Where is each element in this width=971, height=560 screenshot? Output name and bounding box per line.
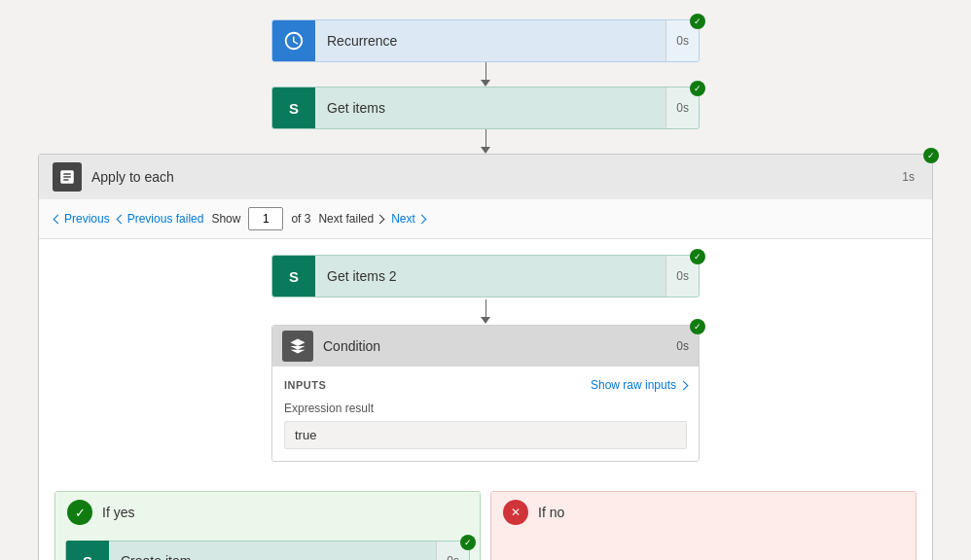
apply-each-icon bbox=[53, 162, 82, 192]
apply-each-title: Apply to each bbox=[91, 169, 174, 185]
apply-each-container: Apply to each 1s ✓ Previous Previous fai… bbox=[38, 154, 933, 560]
condition-block[interactable]: Condition 0s ✓ INPUTS Show raw inputs Ex… bbox=[271, 325, 700, 462]
condition-success-badge: ✓ bbox=[690, 319, 705, 334]
arrow-1 bbox=[481, 62, 490, 87]
condition-label: Condition bbox=[323, 338, 380, 354]
arrow-3 bbox=[481, 298, 490, 325]
create-item-success-badge: ✓ bbox=[460, 535, 476, 550]
previous-failed-button[interactable]: Previous failed bbox=[118, 212, 204, 226]
apply-each-time: 1s bbox=[902, 170, 918, 184]
if-no-header: ✕ If no bbox=[491, 492, 916, 533]
get-items-2-label: Get items 2 bbox=[315, 268, 665, 284]
previous-button[interactable]: Previous bbox=[54, 212, 110, 226]
apply-each-success-badge: ✓ bbox=[923, 148, 939, 163]
get-items-2-block[interactable]: S Get items 2 0s ✓ bbox=[271, 255, 700, 298]
recurrence-success-badge: ✓ bbox=[690, 14, 705, 29]
get-items-success-badge: ✓ bbox=[690, 81, 705, 96]
recurrence-icon bbox=[272, 20, 315, 61]
if-yes-icon: ✓ bbox=[67, 500, 92, 525]
create-item-label: Create item bbox=[109, 553, 436, 560]
get-items-block[interactable]: S Get items 0s ✓ bbox=[271, 87, 700, 129]
condition-time: 0s bbox=[676, 339, 689, 353]
condition-icon bbox=[282, 331, 313, 362]
if-yes-label: If yes bbox=[102, 505, 134, 520]
create-item-block[interactable]: S Create item 0s ✓ bbox=[65, 541, 470, 560]
recurrence-block[interactable]: Recurrence 0s ✓ bbox=[271, 19, 700, 62]
condition-header: Condition 0s ✓ bbox=[272, 326, 699, 367]
next-button[interactable]: Next bbox=[391, 212, 425, 226]
show-raw-inputs-button[interactable]: Show raw inputs bbox=[591, 378, 687, 392]
if-yes-header: ✓ If yes bbox=[55, 492, 480, 533]
total-pages: of 3 bbox=[291, 212, 310, 226]
create-item-icon: S bbox=[66, 541, 109, 560]
if-no-branch: ✕ If no bbox=[490, 491, 917, 560]
next-failed-button[interactable]: Next failed bbox=[318, 212, 383, 226]
show-label: Show bbox=[211, 212, 240, 226]
apply-each-content: S Get items 2 0s ✓ Cond bbox=[39, 239, 932, 477]
get-items-2-success-badge: ✓ bbox=[690, 249, 705, 264]
get-items-icon: S bbox=[272, 88, 315, 128]
expression-value: true bbox=[284, 421, 687, 449]
condition-body: INPUTS Show raw inputs Expression result… bbox=[272, 367, 699, 461]
arrow-2 bbox=[481, 129, 490, 154]
get-items-label: Get items bbox=[315, 100, 665, 116]
get-items-2-icon: S bbox=[272, 256, 315, 297]
branch-row: ✓ If yes S Create item 0s ✓ bbox=[39, 477, 932, 560]
recurrence-label: Recurrence bbox=[315, 33, 665, 49]
inputs-row: INPUTS Show raw inputs bbox=[284, 378, 687, 392]
if-no-icon: ✕ bbox=[503, 500, 528, 525]
expression-label: Expression result bbox=[284, 402, 687, 415]
pagination-bar: Previous Previous failed Show of 3 Next … bbox=[39, 199, 932, 239]
canvas: Recurrence 0s ✓ S Get items 0s ✓ Apply t… bbox=[0, 0, 971, 560]
inputs-label: INPUTS bbox=[284, 379, 326, 391]
page-input[interactable] bbox=[248, 207, 283, 230]
apply-each-header[interactable]: Apply to each 1s ✓ bbox=[39, 155, 932, 199]
if-no-label: If no bbox=[538, 505, 564, 520]
if-yes-branch: ✓ If yes S Create item 0s ✓ bbox=[54, 491, 481, 560]
if-yes-content: S Create item 0s ✓ bbox=[55, 533, 480, 560]
